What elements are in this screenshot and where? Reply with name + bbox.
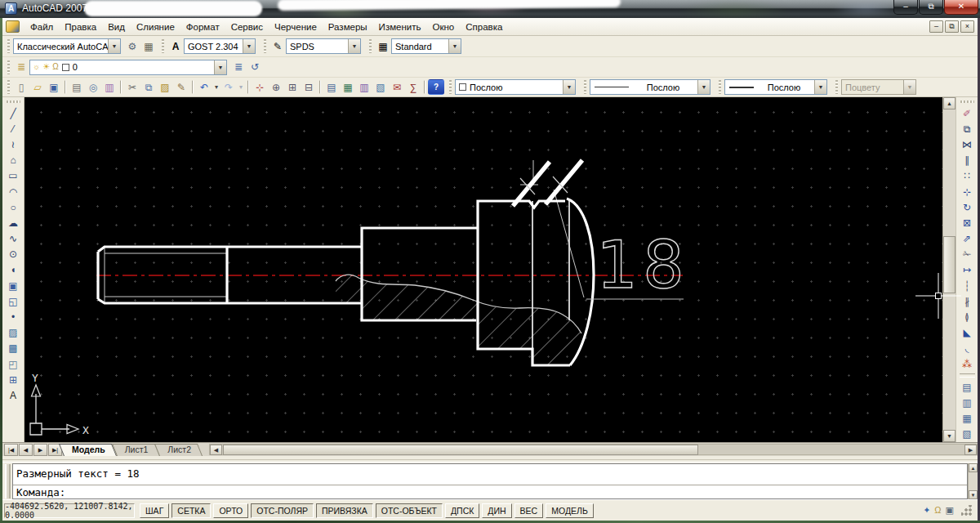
linetype-combo[interactable]: Послою ▼: [590, 79, 710, 95]
toolbar-grip[interactable]: [960, 101, 974, 103]
dropdown-arrow-icon[interactable]: ▼: [448, 39, 461, 53]
mdi-restore-button[interactable]: ⧉: [945, 20, 959, 33]
scroll-left-icon[interactable]: ◀: [210, 445, 222, 455]
toolbar-lock-icon[interactable]: Ω: [934, 506, 941, 515]
spline-icon[interactable]: ∿: [5, 231, 22, 247]
table-style-icon[interactable]: ▦: [375, 38, 391, 54]
zoom-realtime-icon[interactable]: ⊕: [268, 79, 284, 95]
restore-button[interactable]: ⧉: [919, 0, 943, 15]
make-block-icon[interactable]: ◱: [5, 293, 22, 309]
tab-model[interactable]: Модель: [64, 444, 117, 456]
toolbar-grip[interactable]: [584, 80, 586, 94]
layer-previous-icon[interactable]: ↺: [247, 60, 263, 75]
scale-icon[interactable]: ⊠: [959, 215, 976, 230]
tab-nav-button[interactable]: ▶: [33, 444, 47, 456]
coordinates-readout[interactable]: -404692.5620, 121007.8142, 0.0000: [4, 503, 135, 518]
command-prompt-line[interactable]: Команда:: [13, 485, 967, 498]
status-toggle-button[interactable]: ОРТО: [213, 503, 248, 518]
status-toggle-button[interactable]: МОДЕЛЬ: [546, 503, 594, 518]
polygon-icon[interactable]: ⌂: [5, 153, 22, 168]
zoom-previous-icon[interactable]: ⊟: [301, 79, 317, 95]
text-icon[interactable]: A: [5, 387, 22, 403]
communication-center-icon[interactable]: ✦: [923, 506, 930, 515]
toolbar-grip[interactable]: [162, 39, 164, 53]
menu-item[interactable]: Сервис: [225, 20, 269, 34]
status-toggle-button[interactable]: СЕТКА: [172, 503, 211, 518]
text-style-icon[interactable]: A: [167, 38, 184, 54]
mirror-icon[interactable]: ⋈: [959, 136, 976, 152]
construction-line-icon[interactable]: ⁄: [5, 121, 22, 136]
vertical-scrollbar[interactable]: ▲ ▼: [942, 97, 956, 442]
join-icon[interactable]: ≬: [959, 309, 976, 324]
command-text-area[interactable]: Размерный текст = 18 Команда:: [12, 463, 968, 499]
open-file-icon[interactable]: ▱: [29, 79, 46, 95]
properties-icon[interactable]: ▤: [323, 79, 340, 95]
new-file-icon[interactable]: ▯: [13, 79, 29, 95]
chamfer-icon[interactable]: ◣: [959, 325, 976, 341]
mdi-close-button[interactable]: ×: [960, 20, 974, 33]
status-toggle-button[interactable]: ОТС-ОБЪЕКТ: [376, 503, 443, 518]
scroll-down-icon[interactable]: ▼: [969, 490, 978, 499]
publish-icon[interactable]: ▥: [101, 79, 118, 95]
scroll-up-icon[interactable]: ▲: [943, 97, 956, 110]
horizontal-scroll-thumb[interactable]: [223, 445, 698, 455]
toolbar-grip[interactable]: [369, 39, 372, 53]
plot-preview-icon[interactable]: ◎: [85, 79, 101, 95]
scroll-right-icon[interactable]: ▶: [964, 445, 977, 455]
insert-block-icon[interactable]: ▣: [5, 278, 22, 293]
paste-icon[interactable]: ▨: [157, 79, 173, 95]
copy-icon[interactable]: ⧉: [140, 79, 157, 95]
make-object-layer-current-icon[interactable]: ≣: [230, 60, 247, 75]
explode-icon[interactable]: ⁂: [959, 356, 976, 372]
quickcalc-icon[interactable]: ∑: [405, 79, 421, 95]
command-scrollbar[interactable]: ▲ ▼: [968, 463, 978, 499]
toolbar-grip[interactable]: [835, 80, 838, 94]
extend-icon[interactable]: ↦: [959, 262, 976, 278]
circle-icon[interactable]: ○: [5, 199, 22, 215]
mdi-minimize-button[interactable]: –: [929, 20, 943, 33]
toolbar-grip[interactable]: [7, 39, 10, 53]
save-workspace-icon[interactable]: ▦: [140, 38, 157, 54]
rectangle-icon[interactable]: ▭: [5, 168, 22, 184]
dropdown-arrow-icon[interactable]: ▼: [243, 39, 255, 53]
status-toggle-button[interactable]: ВЕС: [514, 503, 544, 518]
arc-icon[interactable]: ◠: [5, 184, 22, 199]
sheet-set-manager-icon[interactable]: ▧: [372, 79, 389, 95]
bring-to-front-icon[interactable]: ▤: [959, 379, 976, 395]
lineweight-combo[interactable]: Послою ▼: [724, 79, 827, 95]
dropdown-arrow-icon[interactable]: ▼: [697, 80, 710, 94]
hatch-icon[interactable]: ▨: [5, 325, 22, 341]
toolbar-grip[interactable]: [7, 80, 10, 94]
menu-item[interactable]: Формат: [180, 20, 225, 34]
menu-item[interactable]: Файл: [24, 20, 59, 34]
drawing-canvas[interactable]: 18 Y X: [24, 97, 942, 442]
pan-icon[interactable]: ⊹: [252, 79, 268, 95]
workspace-combo[interactable]: Классический AutoCAD ▼: [13, 38, 121, 54]
erase-icon[interactable]: ✐: [959, 105, 976, 121]
tab-nav-button[interactable]: |◀: [4, 444, 18, 456]
line-icon[interactable]: ╱: [5, 105, 22, 121]
text-style-combo[interactable]: GOST 2.304 ▼: [184, 38, 256, 54]
redo-dropdown-icon[interactable]: ▾: [237, 79, 245, 95]
gradient-icon[interactable]: ▩: [5, 341, 22, 356]
undo-dropdown-icon[interactable]: ▾: [212, 79, 220, 95]
point-icon[interactable]: •: [5, 309, 22, 324]
tool-palettes-icon[interactable]: ▥: [356, 79, 372, 95]
table-icon[interactable]: ⊞: [5, 372, 22, 387]
section-cut-marks[interactable]: [513, 160, 582, 206]
region-icon[interactable]: ◰: [5, 356, 22, 372]
menu-item[interactable]: Справка: [460, 20, 508, 34]
break-at-point-icon[interactable]: ┆: [959, 278, 976, 293]
tray-settings-icon[interactable]: ▣: [946, 506, 954, 515]
title-bar[interactable]: A AutoCAD 2007 - – ⧉ ✕: [0, 0, 980, 18]
toolbar-grip[interactable]: [449, 80, 452, 94]
tab-layout2[interactable]: Лист2: [159, 444, 203, 456]
layer-bulb-icon[interactable]: ☼: [33, 63, 40, 71]
dropdown-arrow-icon[interactable]: ▼: [814, 80, 826, 94]
dropdown-arrow-icon[interactable]: ▼: [348, 39, 360, 53]
dim-style-combo[interactable]: SPDS ▼: [286, 38, 361, 54]
layer-lock-icon[interactable]: Ω: [52, 63, 58, 71]
help-icon[interactable]: ?: [428, 79, 444, 95]
menu-item[interactable]: Вид: [102, 20, 131, 34]
fillet-icon[interactable]: ◟: [959, 341, 976, 356]
